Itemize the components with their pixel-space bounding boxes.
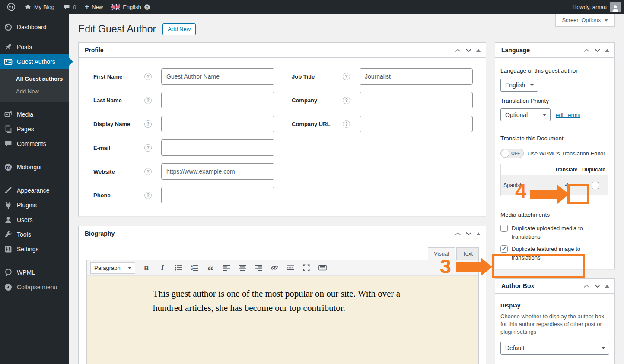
sidebar-item-settings[interactable]: Settings bbox=[0, 242, 69, 256]
align-center-button[interactable] bbox=[238, 263, 247, 273]
bulleted-list-button[interactable] bbox=[174, 263, 183, 273]
sidebar-item-posts[interactable]: Posts bbox=[0, 40, 69, 54]
company-url-input[interactable] bbox=[360, 116, 473, 132]
language-switcher-menu[interactable]: English ? bbox=[108, 0, 154, 14]
edit-terms-link[interactable]: edit terms bbox=[556, 112, 580, 118]
field-company-url: Company URL ? bbox=[292, 116, 473, 132]
language-panel-header[interactable]: Language bbox=[495, 43, 614, 58]
duplicate-checkbox[interactable] bbox=[592, 182, 599, 189]
display-description: Choose whether to display the author box… bbox=[500, 313, 609, 336]
sidebar-item-collapse-menu[interactable]: Collapse menu bbox=[0, 280, 69, 294]
move-down-button[interactable] bbox=[465, 48, 472, 53]
sidebar-item-molongui[interactable]: m Molongui bbox=[0, 160, 69, 174]
translation-priority-select[interactable]: Optional bbox=[500, 108, 551, 121]
help-icon[interactable]: ? bbox=[343, 120, 350, 128]
numbered-list-button[interactable]: 1 2 bbox=[190, 263, 199, 273]
align-right-button[interactable] bbox=[254, 263, 263, 273]
help-icon[interactable]: ? bbox=[144, 97, 152, 104]
duplicate-featured-image-checkbox[interactable] bbox=[500, 245, 508, 253]
id-card-icon bbox=[4, 57, 13, 66]
italic-button[interactable]: I bbox=[158, 263, 167, 273]
site-menu[interactable]: My Blog bbox=[21, 0, 58, 14]
phone-input[interactable] bbox=[161, 187, 274, 203]
align-left-button[interactable] bbox=[222, 263, 231, 273]
help-icon[interactable]: ? bbox=[144, 73, 152, 80]
step-3-highlight-box bbox=[492, 254, 585, 278]
plugin-icon bbox=[4, 201, 13, 209]
author-box-panel-header[interactable]: Author Box bbox=[495, 279, 614, 294]
person-icon bbox=[611, 4, 620, 12]
help-icon[interactable]: ? bbox=[144, 120, 152, 128]
move-down-button[interactable] bbox=[594, 284, 601, 288]
wpml-editor-toggle[interactable]: OFF bbox=[500, 149, 524, 158]
comments-menu[interactable]: 0 bbox=[60, 0, 80, 14]
profile-panel-header[interactable]: Profile bbox=[79, 43, 486, 58]
move-down-button[interactable] bbox=[594, 48, 601, 53]
help-icon[interactable]: ? bbox=[343, 73, 350, 80]
bold-button[interactable]: B bbox=[142, 263, 151, 273]
sidebar-item-appearance[interactable]: Appearance bbox=[0, 183, 69, 198]
wordpress-logo-menu[interactable] bbox=[3, 0, 19, 14]
paragraph-format-dropdown[interactable]: Paragraph bbox=[90, 262, 135, 274]
blockquote-button[interactable]: “ bbox=[206, 263, 215, 273]
submenu-all-guest-authors[interactable]: All Guest authors bbox=[0, 73, 69, 85]
read-more-button[interactable] bbox=[286, 263, 295, 273]
collapse-panel-button[interactable] bbox=[476, 49, 481, 52]
biography-panel-header[interactable]: Biography bbox=[79, 226, 486, 241]
first-name-input[interactable] bbox=[161, 68, 274, 85]
screen-options-button[interactable]: Screen Options bbox=[555, 14, 615, 27]
field-job-title: Job Title ? bbox=[292, 68, 473, 85]
collapse-panel-button[interactable] bbox=[605, 285, 609, 288]
howdy-text[interactable]: Howdy, arnau bbox=[573, 4, 607, 10]
chevron-down-icon bbox=[128, 267, 131, 269]
move-down-button[interactable] bbox=[465, 231, 472, 236]
sidebar-item-tools[interactable]: Tools bbox=[0, 227, 69, 242]
insert-link-button[interactable] bbox=[270, 263, 279, 273]
sidebar-item-media[interactable]: Media bbox=[0, 107, 69, 122]
duplicate-media-option: Duplicate uploaded media to translations bbox=[500, 224, 598, 241]
field-label: Job Title bbox=[292, 73, 343, 80]
author-box-panel-title: Author Box bbox=[501, 282, 534, 289]
collapse-panel-button[interactable] bbox=[605, 49, 609, 52]
help-icon[interactable]: ? bbox=[343, 97, 350, 104]
add-new-button[interactable]: Add New bbox=[162, 23, 196, 35]
toolbar-toggle-button[interactable] bbox=[318, 263, 327, 273]
company-input[interactable] bbox=[360, 92, 473, 108]
comment-bubble-icon bbox=[63, 3, 70, 11]
sidebar-item-plugins[interactable]: Plugins bbox=[0, 198, 69, 212]
last-name-input[interactable] bbox=[161, 92, 274, 108]
sidebar-item-guest-authors[interactable]: Guest Authors bbox=[0, 54, 69, 69]
sidebar-item-dashboard[interactable]: Dashboard bbox=[0, 20, 69, 35]
sidebar-item-comments[interactable]: Comments bbox=[0, 136, 69, 151]
field-last-name: Last Name ? bbox=[93, 92, 274, 108]
job-title-input[interactable] bbox=[360, 68, 473, 85]
duplicate-media-checkbox[interactable] bbox=[500, 225, 508, 232]
sidebar-item-users[interactable]: Users bbox=[0, 212, 69, 227]
sidebar-item-pages[interactable]: Pages bbox=[0, 122, 69, 136]
display-select[interactable]: Default bbox=[500, 342, 609, 355]
display-name-input[interactable] bbox=[161, 116, 274, 132]
email-input[interactable] bbox=[161, 139, 274, 156]
move-up-button[interactable] bbox=[583, 48, 590, 53]
fullscreen-button[interactable] bbox=[302, 263, 311, 273]
help-icon[interactable]: ? bbox=[144, 168, 152, 175]
website-input[interactable] bbox=[161, 163, 274, 180]
editor-content-area[interactable]: This guest author is one of the most pop… bbox=[87, 276, 478, 364]
move-up-button[interactable] bbox=[455, 48, 461, 53]
profile-panel: Profile bbox=[78, 42, 486, 216]
comments-icon bbox=[4, 139, 13, 148]
home-icon bbox=[24, 3, 32, 11]
translate-document-label: Translate this Document bbox=[500, 135, 609, 142]
move-up-button[interactable] bbox=[455, 231, 461, 236]
sidebar-item-wpml[interactable]: WPML bbox=[0, 265, 69, 280]
move-up-button[interactable] bbox=[583, 284, 590, 288]
user-avatar[interactable] bbox=[610, 2, 621, 12]
language-select[interactable]: English bbox=[500, 79, 538, 92]
submenu-add-new[interactable]: Add New bbox=[0, 85, 69, 98]
collapse-panel-button[interactable] bbox=[476, 232, 481, 235]
help-icon[interactable]: ? bbox=[144, 192, 152, 199]
guest-authors-submenu: All Guest authors Add New bbox=[0, 69, 69, 102]
new-content-menu[interactable]: + New bbox=[81, 0, 106, 14]
sidebar-item-label: Settings bbox=[17, 246, 39, 253]
help-icon[interactable]: ? bbox=[144, 144, 152, 152]
